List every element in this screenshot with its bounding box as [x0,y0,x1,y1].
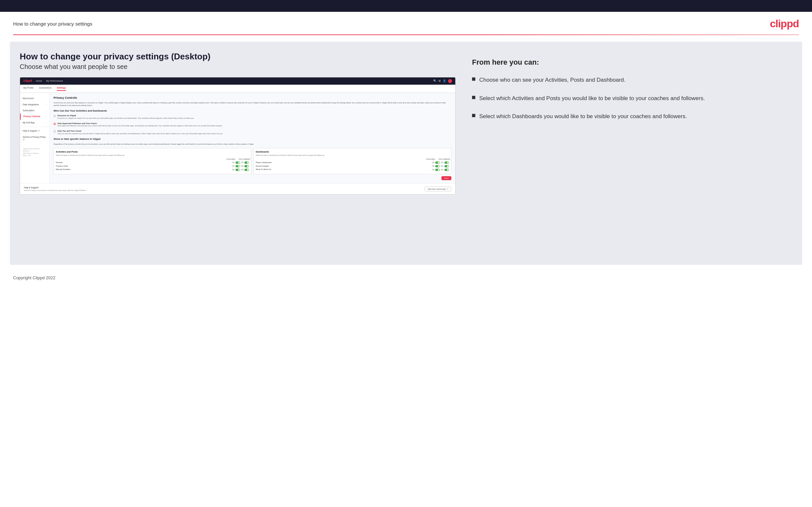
activities-box-title: Activities and Posts [56,150,249,153]
practice-toggles: ON ON [232,165,249,167]
dash-coaches-header: COACHES [425,158,436,161]
roundinsights-label: Round Insights [256,165,269,168]
user-icon[interactable]: 👤 [443,79,446,83]
sidebar-item-mygolfbag[interactable]: My Golf Bag › [20,120,49,126]
chevron-right-icon-2: › [46,103,47,106]
subnav-connections[interactable]: Connections [39,86,52,91]
practice-label: Practice Drills [56,165,68,168]
help-title: Help & Support [24,186,87,189]
whattoworkon-toggles: ON ON [432,169,449,171]
activities-toggle-headers: COACHES FOLLOWERS [56,158,249,161]
whattoworkon-coaches-on-label: ON [432,169,435,171]
right-panel: From here you can: Choose who can see yo… [469,52,792,255]
sidebar-label-mygolfbag: My Golf Bag [23,121,35,124]
rounds-followers-on-label: ON [241,161,244,164]
subnav-settings[interactable]: Settings [57,86,66,91]
bullet-item-1: Choose who can see your Activities, Post… [472,76,789,84]
playerdash-coaches-toggle[interactable] [435,161,440,164]
rounds-coaches-toggle[interactable] [236,161,240,164]
radio-followers-label: Only Approved Followers and Your Coach [57,122,222,125]
show-hide-title: Show or hide specific features in Clippd [54,137,451,141]
privacy-controls-title: Privacy Controls [54,96,451,100]
sidebar-item-myaccount[interactable]: My Account › [20,96,49,101]
logo: clippd [770,18,799,30]
dashboards-box-desc: Select the types of activity that you'd … [256,154,449,157]
practice-coaches-toggle[interactable] [236,165,240,167]
page-subheading: Choose what you want people to see [20,63,456,70]
sidebar-label-myaccount: My Account [23,97,34,100]
chevron-right-icon-4: › [46,115,47,118]
sidebar-item-helpsupport[interactable]: Help & Support ↗ [20,128,49,134]
roundinsights-toggles: ON ON [432,165,449,167]
bullet-icon-3 [472,114,475,117]
activities-box-desc: Select the types of activity that you'd … [56,154,249,157]
whattoworkon-row: What To Work On ON ON [256,168,449,171]
app-nav-performance[interactable]: My Performance [46,79,63,82]
sidebar-label-serviceprivacy: Service & Privacy Policy ↗ [23,136,47,142]
sidebar-item-serviceprivacy[interactable]: Service & Privacy Policy ↗ [20,134,49,143]
copyright-text: Copyright Clippd 2022 [13,275,55,280]
dash-followers-header: FOLLOWERS [439,158,449,161]
whattoworkon-label: What To Work On [256,168,271,171]
radio-followers-desc: Only approved followers and coaches you … [57,125,222,127]
sidebar-version: Clippd Client Version: 2022.8.2SQL Serve… [20,146,49,159]
rounds-followers-toggle[interactable] [244,161,249,164]
radio-everyone-circle[interactable] [54,115,56,117]
top-bar [0,0,812,12]
radio-everyone-label: Everyone on Clippd [57,115,195,117]
visit-community-button[interactable]: Visit Our Community ↗ [425,186,451,191]
dashboards-box: Dashboards Select the types of activity … [253,148,451,174]
manual-coaches-on-label: ON [232,169,235,171]
sidebar-item-dataintegrations[interactable]: Data Integrations › [20,102,49,108]
radio-onlyyou-desc: Only you and the coaches you connect wit… [57,132,223,135]
from-here-title: From here you can: [472,58,789,67]
playerdash-coaches-on-label: ON [432,161,435,164]
sidebar-label-helpsupport: Help & Support ↗ [23,130,40,132]
sidebar-item-subscription[interactable]: Subscription › [20,108,49,114]
app-nav-home[interactable]: Home [36,79,42,82]
radio-everyone-desc: Everyone on Clippd can search for you an… [57,117,195,120]
practice-row: Practice Drills ON ON [56,165,249,168]
practice-followers-on-label: ON [241,165,244,167]
bullet-text-3: Select which Dashboards you would like t… [479,112,687,121]
playerdash-followers-on-label: ON [441,161,444,164]
whattoworkon-coaches-toggle[interactable] [435,169,440,171]
roundinsights-coaches-toggle[interactable] [435,165,440,167]
radio-onlyyou-label: Only You and Your Coach [57,130,223,132]
roundinsights-row: Round Insights ON ON [256,165,449,168]
whattoworkon-followers-toggle[interactable] [445,169,449,171]
radio-onlyyou-circle[interactable] [54,130,56,132]
search-icon[interactable]: 🔍 [433,79,437,83]
rounds-label: Rounds [56,161,63,164]
sidebar-label-dataintegrations: Data Integrations [23,103,39,106]
header-title: How to change your privacy settings [13,21,92,26]
features-grid: Activities and Posts Select the types of… [54,148,451,174]
radio-followers-circle[interactable] [54,123,56,125]
features-section: Show or hide specific features in Clippd… [54,137,451,180]
roundinsights-followers-toggle[interactable] [445,165,449,167]
help-left: Help & Support Visit the Clippd communit… [24,186,87,192]
manual-coaches-toggle[interactable] [236,169,240,171]
radio-onlyyou: Only You and Your Coach Only you and the… [54,130,451,135]
app-navbar-left: clippd Home My Performance [23,79,63,83]
rounds-coaches-on-label: ON [232,161,235,164]
manual-followers-on-label: ON [241,169,244,171]
subnav-myprofile[interactable]: My Profile [23,86,34,91]
roundinsights-coaches-on-label: ON [432,165,435,167]
practice-coaches-on-label: ON [232,165,235,167]
followers-header: FOLLOWERS [239,158,249,161]
coaches-header: COACHES [225,158,236,161]
practice-followers-toggle[interactable] [244,165,249,167]
app-navbar-right: 🔍 ⊞ 👤 [433,79,452,83]
avatar[interactable] [448,79,452,83]
help-desc: Visit the Clippd community to troublesho… [24,189,87,192]
app-subnav: My Profile Connections Settings [20,84,455,93]
sidebar-item-privacycontrols[interactable]: Privacy Controls › [20,114,49,119]
playerdash-toggles: ON ON [432,161,449,164]
save-button[interactable]: Save [442,176,451,180]
manual-followers-toggle[interactable] [244,169,249,171]
grid-icon[interactable]: ⊞ [439,79,441,83]
rounds-row: Rounds ON ON [56,161,249,164]
playerdash-followers-toggle[interactable] [445,161,449,164]
radio-followers-content: Only Approved Followers and Your Coach O… [57,122,222,127]
